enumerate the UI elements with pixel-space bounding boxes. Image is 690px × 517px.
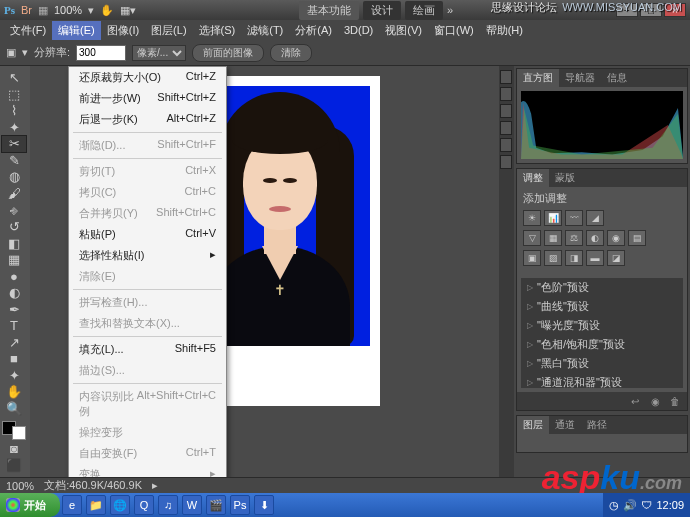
tab-layers[interactable]: 图层 xyxy=(517,416,549,434)
pen-tool[interactable]: ✒ xyxy=(2,301,26,317)
task-icon[interactable]: Q xyxy=(134,495,154,515)
blur-tool[interactable]: ● xyxy=(2,268,26,284)
exposure-icon[interactable]: ◢ xyxy=(586,210,604,226)
hand-tool[interactable]: ✋ xyxy=(2,384,26,400)
menu-8[interactable]: 视图(V) xyxy=(379,21,428,40)
move-tool[interactable]: ↖ xyxy=(2,70,26,86)
task-icon[interactable]: W xyxy=(182,495,202,515)
start-button[interactable]: 开始 xyxy=(0,493,60,517)
tab-histogram[interactable]: 直方图 xyxy=(517,69,559,87)
br-icon[interactable]: Br xyxy=(21,4,32,16)
threshold-icon[interactable]: ◨ xyxy=(565,250,583,266)
zoom-tool[interactable]: 🔍 xyxy=(2,401,26,417)
workspace-tab-basic[interactable]: 基本功能 xyxy=(299,1,359,20)
panel-foot-icon[interactable]: ◉ xyxy=(647,394,663,408)
panel-icon[interactable] xyxy=(500,138,512,152)
screenmode-tool[interactable]: ⬛ xyxy=(2,457,26,473)
crop-preset[interactable]: ▾ xyxy=(22,46,28,59)
panel-foot-icon[interactable]: ↩ xyxy=(627,394,643,408)
preset-item[interactable]: ▷"通道混和器"预设 xyxy=(521,373,683,388)
invert-icon[interactable]: ▣ xyxy=(523,250,541,266)
quickmask-tool[interactable]: ◙ xyxy=(2,441,26,457)
system-tray[interactable]: ◷🔊🛡12:09 xyxy=(603,493,690,517)
res-input[interactable] xyxy=(76,45,126,61)
zoom-display[interactable]: 100% xyxy=(54,4,82,16)
preset-item[interactable]: ▷"曲线"预设 xyxy=(521,297,683,316)
menu-item[interactable]: 前进一步(W)Shift+Ctrl+Z xyxy=(69,88,226,109)
selcolor-icon[interactable]: ◪ xyxy=(607,250,625,266)
stamp-tool[interactable]: ⎆ xyxy=(2,202,26,218)
menu-7[interactable]: 3D(D) xyxy=(338,22,379,38)
status-zoom[interactable]: 100% xyxy=(6,480,34,492)
menu-item[interactable]: 后退一步(K)Alt+Ctrl+Z xyxy=(69,109,226,130)
hand-icon[interactable]: ✋ xyxy=(100,4,114,17)
wand-tool[interactable]: ✦ xyxy=(2,120,26,136)
eraser-tool[interactable]: ◧ xyxy=(2,235,26,251)
gradient-tool[interactable]: ▦ xyxy=(2,252,26,268)
trash-icon[interactable]: 🗑 xyxy=(667,394,683,408)
menu-0[interactable]: 文件(F) xyxy=(4,21,52,40)
task-icon[interactable]: ♫ xyxy=(158,495,178,515)
workspace-tab-design[interactable]: 设计 xyxy=(363,1,401,20)
tab-adjust[interactable]: 调整 xyxy=(517,169,549,187)
menu-3[interactable]: 图层(L) xyxy=(145,21,192,40)
brush-tool[interactable]: 🖌 xyxy=(2,186,26,202)
levels-icon[interactable]: 📊 xyxy=(544,210,562,226)
crop-tool-icon[interactable]: ▣ xyxy=(6,46,16,59)
tab-navigator[interactable]: 导航器 xyxy=(559,69,601,87)
tab-mask[interactable]: 蒙版 xyxy=(549,169,581,187)
color-swatch[interactable] xyxy=(2,421,26,440)
task-icon[interactable]: ⬇ xyxy=(254,495,274,515)
photo-filter-icon[interactable]: ◉ xyxy=(607,230,625,246)
menu-10[interactable]: 帮助(H) xyxy=(480,21,529,40)
task-icon[interactable]: 📁 xyxy=(86,495,106,515)
clear-button[interactable]: 清除 xyxy=(270,44,312,62)
task-icon[interactable]: Ps xyxy=(230,495,250,515)
curves-icon[interactable]: 〰 xyxy=(565,210,583,226)
shape-tool[interactable]: ■ xyxy=(2,351,26,367)
panel-icon[interactable] xyxy=(500,155,512,169)
mb-icon[interactable]: ▦ xyxy=(38,4,48,17)
task-icon[interactable]: e xyxy=(62,495,82,515)
poster-icon[interactable]: ▨ xyxy=(544,250,562,266)
view-icon[interactable]: ▦▾ xyxy=(120,4,136,17)
workspace-tab-paint[interactable]: 绘画 xyxy=(405,1,443,20)
menu-6[interactable]: 分析(A) xyxy=(289,21,338,40)
history-brush-tool[interactable]: ↺ xyxy=(2,219,26,235)
panel-icon[interactable] xyxy=(500,121,512,135)
bw-icon[interactable]: ◐ xyxy=(586,230,604,246)
menu-2[interactable]: 图像(I) xyxy=(101,21,145,40)
task-icon[interactable]: 🎬 xyxy=(206,495,226,515)
tab-paths[interactable]: 路径 xyxy=(581,416,613,434)
chanmix-icon[interactable]: ▤ xyxy=(628,230,646,246)
gradmap-icon[interactable]: ▬ xyxy=(586,250,604,266)
marquee-tool[interactable]: ⬚ xyxy=(2,87,26,103)
panel-icon[interactable] xyxy=(500,87,512,101)
menu-item[interactable]: 粘贴(P)Ctrl+V xyxy=(69,224,226,245)
eyedropper-tool[interactable]: ✎ xyxy=(2,153,26,169)
workspace-more[interactable]: » xyxy=(447,4,453,16)
vibrance-icon[interactable]: ▽ xyxy=(523,230,541,246)
menu-item[interactable]: 还原裁剪大小(O)Ctrl+Z xyxy=(69,67,226,88)
panel-icon[interactable] xyxy=(500,104,512,118)
lasso-tool[interactable]: ⌇ xyxy=(2,103,26,119)
colorbal-icon[interactable]: ⚖ xyxy=(565,230,583,246)
res-unit[interactable]: 像素/... xyxy=(132,45,186,61)
brightness-icon[interactable]: ☀ xyxy=(523,210,541,226)
menu-4[interactable]: 选择(S) xyxy=(193,21,242,40)
heal-tool[interactable]: ◍ xyxy=(2,169,26,185)
canvas-area[interactable]: ✝ 还原裁剪大小(O)Ctrl+Z前进一步(W)Shift+Ctrl+Z后退一步… xyxy=(30,66,499,477)
menu-5[interactable]: 滤镜(T) xyxy=(241,21,289,40)
tab-channels[interactable]: 通道 xyxy=(549,416,581,434)
menu-item[interactable]: 选择性粘贴(I)▸ xyxy=(69,245,226,266)
panel-icon[interactable] xyxy=(500,70,512,84)
3d-tool[interactable]: ✦ xyxy=(2,368,26,384)
preset-item[interactable]: ▷"曝光度"预设 xyxy=(521,316,683,335)
menu-1[interactable]: 编辑(E) xyxy=(52,21,101,40)
preset-item[interactable]: ▷"黑白"预设 xyxy=(521,354,683,373)
preset-item[interactable]: ▷"色阶"预设 xyxy=(521,278,683,297)
tab-info[interactable]: 信息 xyxy=(601,69,633,87)
preset-item[interactable]: ▷"色相/饱和度"预设 xyxy=(521,335,683,354)
hue-icon[interactable]: ▦ xyxy=(544,230,562,246)
type-tool[interactable]: T xyxy=(2,318,26,334)
